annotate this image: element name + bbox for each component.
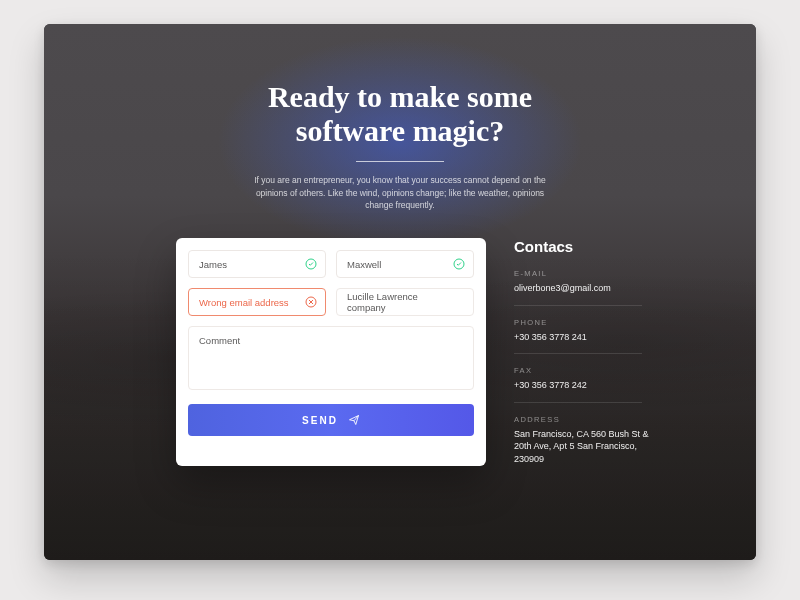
- email-label: E-MAIL: [514, 269, 664, 278]
- check-circle-icon: [453, 258, 465, 270]
- contact-form-card: James Maxwell Wrong email address: [176, 238, 486, 466]
- window-frame: Ready to make some software magic? If yo…: [44, 24, 756, 560]
- company-value: Lucille Lawrence company: [347, 291, 445, 313]
- last-name-value: Maxwell: [347, 259, 381, 270]
- divider: [514, 305, 642, 306]
- send-button[interactable]: SEND: [188, 404, 474, 436]
- first-name-field[interactable]: James: [188, 250, 326, 278]
- email-value: Wrong email address: [199, 297, 289, 308]
- hero: Ready to make some software magic? If yo…: [44, 80, 756, 211]
- email-field[interactable]: Wrong email address: [188, 288, 326, 316]
- title-line-2: software magic?: [296, 114, 505, 147]
- fax-label: FAX: [514, 366, 664, 375]
- send-button-label: SEND: [302, 415, 338, 426]
- comment-placeholder: Comment: [199, 335, 240, 346]
- first-name-value: James: [199, 259, 227, 270]
- content-row: James Maxwell Wrong email address: [44, 238, 756, 466]
- fax-value: +30 356 3778 242: [514, 379, 664, 392]
- contacts-sidebar: Contacs E-MAIL oliverbone3@gmail.com PHO…: [514, 238, 664, 466]
- title-divider: [356, 161, 444, 162]
- paper-plane-icon: [348, 414, 360, 426]
- divider: [514, 353, 642, 354]
- company-field[interactable]: Lucille Lawrence company: [336, 288, 474, 316]
- divider: [514, 402, 642, 403]
- address-label: ADDRESS: [514, 415, 664, 424]
- phone-value: +30 356 3778 241: [514, 331, 664, 344]
- phone-label: PHONE: [514, 318, 664, 327]
- title-line-1: Ready to make some: [268, 80, 532, 113]
- comment-field[interactable]: Comment: [188, 326, 474, 390]
- contacts-heading: Contacs: [514, 238, 664, 255]
- page-title: Ready to make some software magic?: [44, 80, 756, 147]
- email-value: oliverbone3@gmail.com: [514, 282, 664, 295]
- error-circle-icon: [305, 296, 317, 308]
- address-value: San Francisco, CA 560 Bush St & 20th Ave…: [514, 428, 664, 466]
- last-name-field[interactable]: Maxwell: [336, 250, 474, 278]
- check-circle-icon: [305, 258, 317, 270]
- subtitle: If you are an entrepreneur, you know tha…: [250, 174, 550, 211]
